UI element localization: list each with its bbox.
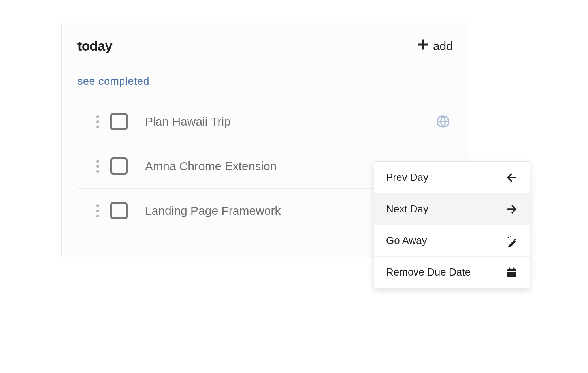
menu-item-prev-day[interactable]: Prev Day <box>374 162 530 193</box>
magic-wand-icon <box>506 235 518 247</box>
arrow-left-icon <box>506 172 518 184</box>
menu-item-label: Go Away <box>386 234 427 247</box>
see-completed-link[interactable]: see completed <box>77 75 149 88</box>
svg-rect-12 <box>509 267 511 270</box>
svg-rect-13 <box>513 267 515 270</box>
task-checkbox[interactable] <box>110 113 128 130</box>
arrow-right-icon <box>506 203 518 215</box>
svg-rect-6 <box>508 240 516 246</box>
page-title: today <box>77 38 112 54</box>
task-checkbox[interactable] <box>110 202 128 219</box>
svg-point-9 <box>514 238 516 240</box>
globe-icon[interactable] <box>436 115 450 128</box>
drag-handle-icon[interactable] <box>96 115 99 128</box>
today-card: today add see completed Plan Hawaii Trip… <box>61 23 469 257</box>
card-header: today add <box>77 38 453 66</box>
drag-handle-icon[interactable] <box>96 160 99 173</box>
task-row: Plan Hawaii Trip <box>77 99 453 144</box>
menu-item-label: Remove Due Date <box>386 266 471 278</box>
add-button[interactable]: add <box>417 38 453 54</box>
add-button-label: add <box>433 39 453 53</box>
drag-handle-icon[interactable] <box>96 204 99 217</box>
svg-point-7 <box>508 236 509 238</box>
menu-item-go-away[interactable]: Go Away <box>374 225 530 257</box>
context-menu: Prev Day Next Day Go Away Remove Due Dat… <box>374 161 530 288</box>
plus-icon <box>417 38 429 54</box>
task-label[interactable]: Plan Hawaii Trip <box>145 115 436 128</box>
svg-rect-1 <box>418 44 428 46</box>
calendar-icon <box>506 266 518 278</box>
task-checkbox[interactable] <box>110 157 128 175</box>
svg-point-8 <box>510 236 511 237</box>
menu-item-remove-due-date[interactable]: Remove Due Date <box>374 257 530 288</box>
svg-rect-14 <box>507 271 516 272</box>
menu-item-label: Next Day <box>386 203 428 215</box>
menu-item-label: Prev Day <box>386 171 428 184</box>
menu-item-next-day[interactable]: Next Day <box>374 193 530 225</box>
